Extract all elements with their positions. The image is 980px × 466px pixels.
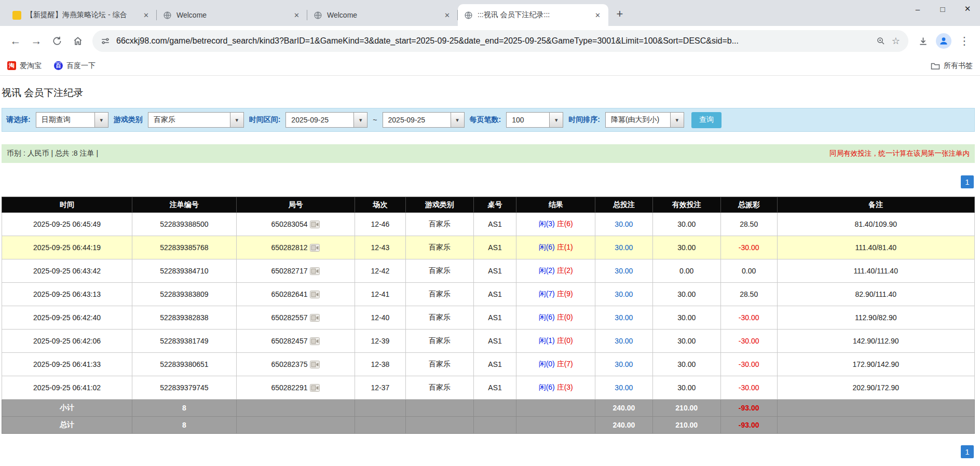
cell-valid-bet: 30.00: [652, 353, 720, 376]
cell-total-bet: 30.00: [595, 330, 653, 353]
cell-table-no: AS1: [473, 259, 516, 283]
browser-tab[interactable]: Welcome✕: [157, 4, 307, 26]
tab-close-icon[interactable]: ✕: [142, 11, 151, 20]
tab-title: :::视讯 会员下注纪录:::: [478, 10, 589, 20]
video-icon[interactable]: [310, 337, 320, 345]
cell-payout: -30.00: [720, 330, 777, 353]
result-banker: 庄(1): [557, 243, 573, 251]
table-row: 2025-09-25 06:43:42522839384710650282717…: [2, 259, 975, 283]
browser-chrome: 【新提醒】海燕策略论坛 - 综合✕Welcome✕Welcome✕:::视讯 会…: [0, 0, 980, 76]
bookmark-star-icon[interactable]: ☆: [892, 35, 900, 47]
total-bet-link[interactable]: 30.00: [615, 267, 633, 275]
result-banker: 庄(3): [557, 383, 573, 391]
video-icon[interactable]: [310, 221, 320, 228]
date-range-label: 时间区间:: [249, 115, 281, 125]
cell-empty: [516, 400, 595, 417]
tab-close-icon[interactable]: ✕: [292, 11, 301, 20]
total-bet-link[interactable]: 30.00: [615, 383, 633, 392]
cell-total-bet: 240.00: [595, 417, 653, 434]
download-icon: [918, 36, 929, 47]
page-number-button[interactable]: 1: [961, 175, 974, 188]
site-settings-icon[interactable]: [101, 36, 110, 46]
video-icon[interactable]: [310, 361, 320, 368]
chevron-down-icon[interactable]: ▾: [549, 113, 563, 127]
result-banker: 庄(2): [557, 266, 573, 275]
browser-tab[interactable]: Welcome✕: [307, 4, 458, 26]
downloads-button[interactable]: [914, 32, 932, 50]
zoom-icon[interactable]: [876, 36, 886, 46]
video-icon[interactable]: [310, 291, 320, 298]
date-start-select[interactable]: 2025-09-25 ▾: [285, 112, 367, 128]
page-number-button[interactable]: 1: [961, 445, 974, 458]
menu-button[interactable]: ⋮: [955, 32, 974, 50]
cell-round-id: 650282812: [236, 236, 355, 259]
query-type-select[interactable]: 日期查询 ▾: [36, 112, 108, 128]
new-tab-button[interactable]: +: [611, 6, 628, 22]
game-type-select[interactable]: 百家乐 ▾: [148, 112, 244, 128]
cell-time: 2025-09-25 06:42:06: [2, 330, 132, 353]
back-button[interactable]: ←: [6, 32, 25, 50]
cell-valid-bet: 30.00: [652, 236, 720, 259]
chevron-down-icon[interactable]: ▾: [451, 113, 464, 127]
cell-round-id: 650282717: [236, 259, 355, 283]
cell-result: 闲(7) 庄(9): [516, 283, 595, 306]
chevron-down-icon[interactable]: ▾: [230, 113, 243, 127]
total-bet-link[interactable]: 30.00: [615, 290, 633, 298]
table-row: 2025-09-25 06:41:02522839379745650282291…: [2, 376, 975, 400]
video-icon[interactable]: [310, 267, 320, 275]
subtotal-row: 小计8240.00210.00-93.00: [2, 400, 975, 417]
video-icon[interactable]: [310, 314, 320, 322]
maximize-button[interactable]: □: [930, 0, 955, 18]
profile-button[interactable]: [934, 32, 953, 50]
total-bet-link[interactable]: 30.00: [615, 337, 633, 345]
browser-tab[interactable]: :::视讯 会员下注纪录:::✕: [458, 4, 608, 26]
cell-payout: 28.50: [720, 213, 777, 236]
video-icon[interactable]: [310, 244, 320, 252]
video-icon[interactable]: [310, 384, 320, 392]
per-page-select[interactable]: 100 ▾: [506, 112, 563, 128]
cell-result: 闲(6) 庄(0): [516, 306, 595, 330]
cell-empty: [236, 400, 355, 417]
cell-game-type: 百家乐: [405, 213, 473, 236]
cell-table-no: AS1: [473, 213, 516, 236]
url-text[interactable]: 66cxkj98.com/game/betrecord_search/kind3…: [116, 36, 870, 46]
cell-empty: [236, 417, 355, 434]
tab-close-icon[interactable]: ✕: [443, 11, 452, 20]
chevron-down-icon[interactable]: ▾: [670, 113, 684, 127]
chevron-down-icon[interactable]: ▾: [94, 113, 108, 127]
folder-icon: [931, 62, 940, 70]
all-bookmarks-button[interactable]: 所有书签: [931, 61, 973, 71]
reload-button[interactable]: [48, 32, 66, 50]
date-end-select[interactable]: 2025-09-25 ▾: [383, 112, 465, 128]
cell-game-type: 百家乐: [405, 376, 473, 400]
cell-result: 闲(0) 庄(7): [516, 353, 595, 376]
total-bet-link[interactable]: 30.00: [615, 220, 633, 228]
sort-select[interactable]: 降冪(由大到小) ▾: [605, 112, 684, 128]
summary-note: 同局有效投注，统一计算在该局第一张注单内: [829, 149, 970, 158]
search-button[interactable]: 查询: [691, 112, 722, 128]
cell-payout: -30.00: [720, 236, 777, 259]
bookmark-baidu[interactable]: 百 百度一下: [54, 61, 96, 71]
forward-button[interactable]: →: [27, 32, 46, 50]
total-bet-link[interactable]: 30.00: [615, 313, 633, 322]
chevron-down-icon[interactable]: ▾: [353, 113, 367, 127]
all-bookmarks-label: 所有书签: [944, 61, 973, 71]
cell-table-no: AS1: [473, 283, 516, 306]
close-button[interactable]: ✕: [955, 0, 980, 18]
minimize-button[interactable]: –: [905, 0, 930, 18]
tilde-separator: ~: [373, 116, 377, 124]
per-page-label: 每页笔数:: [470, 115, 501, 125]
column-header: 结果: [516, 197, 595, 213]
home-button[interactable]: [69, 32, 87, 50]
total-bet-link[interactable]: 30.00: [615, 360, 633, 368]
summary-left: 币别 : 人民币 | 总共 :8 注单 |: [7, 149, 98, 158]
tabs: 【新提醒】海燕策略论坛 - 综合✕Welcome✕Welcome✕:::视讯 会…: [6, 0, 608, 26]
total-bet-link[interactable]: 30.00: [615, 243, 633, 252]
bookmark-taobao[interactable]: 淘 爱淘宝: [7, 61, 42, 71]
tab-close-icon[interactable]: ✕: [593, 11, 602, 20]
date-end-value: 2025-09-25: [383, 116, 451, 124]
browser-tab[interactable]: 【新提醒】海燕策略论坛 - 综合✕: [6, 4, 157, 26]
cell-game-type: 百家乐: [405, 259, 473, 283]
address-bar[interactable]: 66cxkj98.com/game/betrecord_search/kind3…: [92, 30, 908, 52]
result-banker: 庄(0): [557, 336, 573, 345]
